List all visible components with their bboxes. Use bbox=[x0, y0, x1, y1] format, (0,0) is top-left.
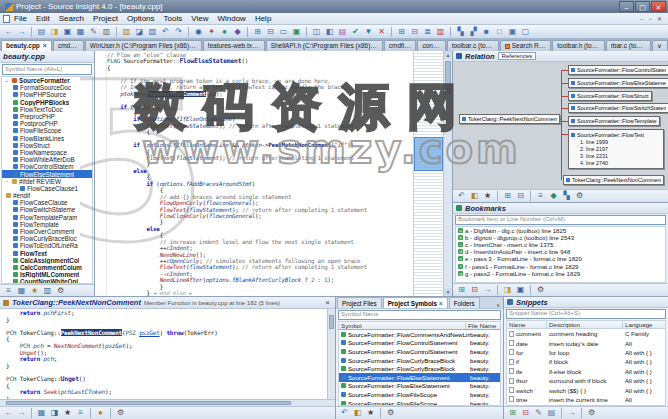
relation-reference[interactable]: 2. line 2197 bbox=[571, 146, 661, 153]
menu-options[interactable]: Options bbox=[127, 14, 155, 23]
paste-icon[interactable]: ▨ bbox=[147, 26, 159, 38]
symbol-item[interactable]: FlowWhileAfterDoB bbox=[2, 156, 92, 163]
project-window-icon[interactable]: ▣ bbox=[291, 26, 303, 38]
snippet-row[interactable]: switchswitch ($$) { }All with { } bbox=[507, 385, 665, 394]
symbol-item[interactable]: CalcCommentColum bbox=[2, 264, 92, 271]
link-icon[interactable]: ≡ bbox=[75, 407, 87, 419]
browse-icon[interactable]: ◆ bbox=[232, 26, 244, 38]
expand-all-icon[interactable]: ⊞ bbox=[502, 190, 514, 202]
open-folder-icon[interactable]: ◨ bbox=[502, 284, 514, 296]
symbol-row[interactable]: SourceFormatter::FlowCurlyBraceBlockbeau… bbox=[339, 356, 500, 365]
save-icon[interactable]: ▣ bbox=[62, 26, 74, 38]
properties-icon[interactable]: ▤ bbox=[546, 407, 558, 419]
editor-vertical-scrollbar[interactable]: ▲ ▼ bbox=[443, 51, 452, 296]
save-icon[interactable]: ▣ bbox=[515, 284, 527, 296]
symbol-row[interactable]: SourceFormatter::FlowFileScopebeauty. bbox=[339, 390, 500, 399]
column-symbol[interactable]: Symbol bbox=[339, 322, 466, 329]
symbol-item[interactable]: FlowToEndOfLineRa bbox=[2, 242, 92, 249]
column-file-name[interactable]: File Name bbox=[466, 322, 500, 329]
refresh-icon[interactable]: ↶ bbox=[339, 407, 351, 419]
bookmark-list[interactable]: aa - DlgMain - dlg.c (toolbox) line 1825… bbox=[455, 226, 666, 283]
relation-node[interactable]: TokerClang::PeekNextNonComment bbox=[563, 175, 664, 185]
symbol-item[interactable]: FlowCurlyBraceBloc bbox=[2, 235, 92, 242]
symbol-item[interactable]: FlowSwitchStateme bbox=[2, 206, 92, 213]
filter-icon[interactable]: ◧ bbox=[352, 407, 364, 419]
tab-close-icon[interactable]: × bbox=[439, 300, 443, 307]
maximize-button[interactable]: ▢ bbox=[635, 1, 650, 12]
settings-gear-icon[interactable]: ⚙ bbox=[535, 284, 547, 296]
relation-reference[interactable]: 1. line 1999 bbox=[571, 139, 661, 146]
tab-project-files[interactable]: Project Files bbox=[337, 297, 382, 308]
delete-snippet-icon[interactable]: ⊟ bbox=[520, 407, 532, 419]
forward-icon[interactable]: → bbox=[16, 407, 28, 419]
snippet-row[interactable]: dateinsert today's dateAll bbox=[507, 338, 665, 347]
bookmark-item[interactable]: bb - dlgnoti - dlgprop.c (toolbox) line … bbox=[456, 234, 665, 241]
settings-gear-icon[interactable]: ⚙ bbox=[574, 190, 586, 202]
collapse-all-icon[interactable]: ⊟ bbox=[515, 190, 527, 202]
context-close-icon[interactable]: × bbox=[323, 298, 332, 307]
snippet-row[interactable]: ifeif-else blockAll with { } bbox=[507, 367, 665, 376]
snippet-row[interactable]: ifsursurround with if blockAll with { } bbox=[507, 376, 665, 385]
tab-rbar-c-toolbox-[interactable]: rbar.c (toolbox) bbox=[606, 40, 651, 51]
win-new-icon[interactable]: □ bbox=[494, 26, 506, 38]
symbol-item[interactable]: FlowStruct bbox=[2, 142, 92, 149]
beautify-icon[interactable]: ▥ bbox=[435, 26, 447, 38]
lock-icon[interactable]: ● bbox=[95, 407, 107, 419]
back-icon[interactable]: ← bbox=[3, 26, 15, 38]
docked-view-icon[interactable]: ▦ bbox=[36, 407, 48, 419]
bookmark-item[interactable]: aa - DlgMain - dlg.c (toolbox) line 1825 bbox=[456, 227, 665, 234]
symbol-item[interactable]: −SourceFormatter bbox=[2, 77, 92, 84]
tab-search-results[interactable]: Search Results bbox=[500, 40, 552, 51]
context-horizontal-scrollbar[interactable] bbox=[0, 399, 335, 406]
symbol-item[interactable]: FlowBlankLines bbox=[2, 135, 92, 142]
symbol-item[interactable]: FlowControlStatem bbox=[2, 163, 92, 170]
tab-beauty-cpp[interactable]: beauty.cpp× bbox=[1, 40, 52, 51]
tab-overflow-icon[interactable]: ∨ bbox=[493, 302, 503, 308]
open-file-icon[interactable]: ◨ bbox=[49, 26, 61, 38]
column-name[interactable]: Name bbox=[507, 321, 547, 328]
symbol-item[interactable]: −#ifdef REVIEW bbox=[2, 178, 92, 185]
edit-pencil-icon[interactable]: ✎ bbox=[88, 26, 100, 38]
remove-bookmark-icon[interactable]: ⊟ bbox=[469, 284, 481, 296]
new-file-icon[interactable]: ▤ bbox=[36, 26, 48, 38]
tab-config-c[interactable]: config.c bbox=[417, 40, 445, 51]
symbol-row[interactable]: SourceFormatter::FlowElseStatementbeauty… bbox=[339, 373, 500, 382]
context-body[interactable]: return pchFirst;} PCH TokerClang::PeekNe… bbox=[0, 309, 335, 399]
menu-window[interactable]: Window bbox=[217, 14, 245, 23]
symbol-item[interactable]: FlowTextToDoc bbox=[2, 106, 92, 113]
symbol-item[interactable]: CalcAssignmentCol bbox=[2, 257, 92, 264]
symbol-item[interactable]: FlowCaseClause1 bbox=[2, 185, 92, 192]
stop-icon[interactable]: ✕ bbox=[376, 26, 388, 38]
print-icon[interactable]: ▥ bbox=[101, 26, 113, 38]
search-files-icon[interactable]: ✦ bbox=[206, 26, 218, 38]
symbol-row[interactable]: SourceFormatter::FlowCurlyBraceBlockbeau… bbox=[339, 364, 500, 373]
new-snippet-icon[interactable]: ⊞ bbox=[507, 407, 519, 419]
go-down-icon[interactable]: ▼ bbox=[363, 26, 375, 38]
symbols-list[interactable]: SourceFormatter::FlowCommentsAndNewLineb… bbox=[338, 330, 501, 406]
tab-toolbar-h-toolbox-[interactable]: toolbar.h (toolbox) bbox=[552, 40, 604, 51]
symbol-item[interactable]: FlowElseStatement bbox=[2, 170, 92, 177]
snippet-row[interactable]: forfor loopAll with { } bbox=[507, 348, 665, 357]
expand-toggle-icon[interactable]: − bbox=[4, 78, 10, 84]
snippet-name-input[interactable]: Snippet Name (Ctrl+Alt+S) bbox=[506, 309, 666, 319]
cut-icon[interactable]: ▧ bbox=[121, 26, 133, 38]
edit-snippet-icon[interactable]: ✎ bbox=[533, 407, 545, 419]
bookmark-item[interactable]: ff - pass1 - FormatLine - format.c line … bbox=[456, 262, 665, 269]
indent-right-icon[interactable]: ⊟ bbox=[409, 26, 421, 38]
symbol-item[interactable]: IsRightMLComment bbox=[2, 271, 92, 278]
compile-icon[interactable]: ◫ bbox=[311, 26, 323, 38]
symbol-item[interactable]: PreprocPHP bbox=[2, 113, 92, 120]
view-horizontal-icon[interactable]: ▚ bbox=[561, 190, 573, 202]
snippet-row[interactable]: commentcomment headingC Family bbox=[507, 329, 665, 338]
view-graph-icon[interactable]: ◆ bbox=[548, 190, 560, 202]
insert-snippet-icon[interactable]: → bbox=[566, 407, 578, 419]
symbol-item[interactable]: #endif bbox=[2, 192, 92, 199]
tab-shellapi-h-c-program-files-x86-include-[interactable]: ShellAPI.h (C:\Program Files (x86)\...\i… bbox=[266, 40, 383, 51]
bookmark-item[interactable]: gg - pass2 - FormatLine - format.c line … bbox=[456, 270, 665, 277]
tab-folders[interactable]: Folders bbox=[449, 297, 480, 308]
favorites-icon[interactable]: ★ bbox=[29, 285, 41, 297]
relation-node[interactable]: SourceFormatter::FlowSwitchStateme bbox=[568, 103, 668, 113]
view-outline-icon[interactable]: ≡ bbox=[535, 190, 547, 202]
bookmark-item[interactable]: ee - pass 3 - FormatLine - format.c line… bbox=[456, 255, 665, 262]
build-icon[interactable]: ◧ bbox=[324, 26, 336, 38]
